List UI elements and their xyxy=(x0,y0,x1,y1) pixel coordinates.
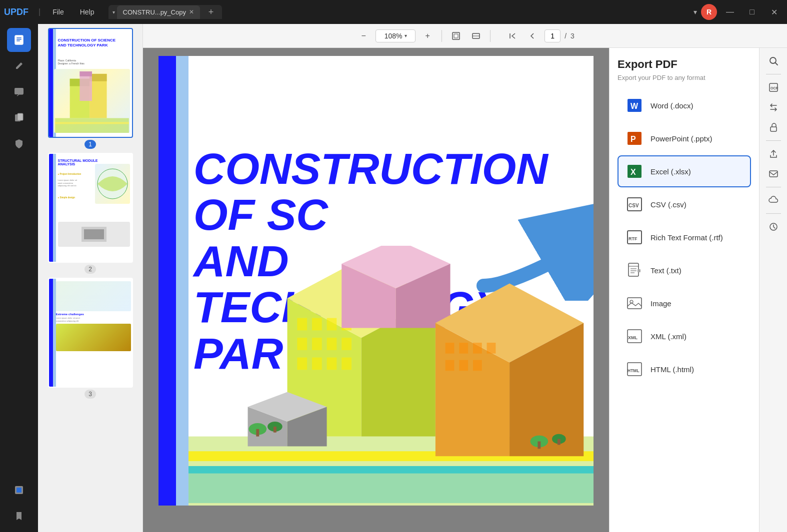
zoom-dropdown-icon[interactable]: ▾ xyxy=(404,33,407,38)
html-label: HTML (.html) xyxy=(650,365,694,374)
page-first-button[interactable] xyxy=(504,28,520,44)
thumb-page-label-2: 2 xyxy=(84,265,96,274)
tab-close-icon[interactable]: ✕ xyxy=(189,8,194,15)
user-avatar[interactable]: R xyxy=(701,4,717,20)
svg-rect-92 xyxy=(770,171,778,177)
export-option-ppt[interactable]: P PowerPoint (.pptx) xyxy=(618,122,751,154)
tab-dropdown-icon[interactable]: ▾ xyxy=(112,9,115,15)
word-icon: W xyxy=(626,96,644,114)
sidebar-icon-comment[interactable] xyxy=(7,80,31,104)
sidebar-icon-pages[interactable] xyxy=(7,106,31,130)
sidebar-icon-protect[interactable] xyxy=(7,132,31,156)
fit-page-button[interactable] xyxy=(448,28,464,44)
svg-text:W: W xyxy=(630,102,638,110)
excel-label: Excel (.xlsx) xyxy=(650,167,691,176)
svg-text:CSV: CSV xyxy=(628,203,639,208)
fit-width-button[interactable] xyxy=(468,28,484,44)
svg-rect-42 xyxy=(327,358,337,370)
svg-rect-33 xyxy=(312,318,322,331)
export-option-csv[interactable]: CSV CSV (.csv) xyxy=(618,188,751,220)
cloud-button[interactable] xyxy=(764,191,782,209)
toolbar-separator-2 xyxy=(490,30,490,42)
svg-rect-65 xyxy=(538,442,540,449)
lock-button[interactable] xyxy=(764,118,782,136)
tab-active[interactable]: CONSTRU...py_Copy ✕ xyxy=(117,5,200,19)
svg-rect-38 xyxy=(327,338,337,350)
share-button[interactable] xyxy=(764,145,782,163)
thumb-frame-2[interactable]: STRUCTURAL MODULEANALYSIS ● Project Intr… xyxy=(48,153,133,263)
page-prev-button[interactable] xyxy=(524,28,540,44)
export-option-excel[interactable]: X Excel (.xlsx) xyxy=(618,155,751,187)
zoom-in-button[interactable]: + xyxy=(420,28,436,44)
svg-text:XML: XML xyxy=(628,335,638,340)
rtf-icon: RTF xyxy=(626,228,644,246)
export-option-xml[interactable]: XML XML (.xml) xyxy=(618,320,751,352)
export-option-rtf[interactable]: RTF Rich Text Format (.rtf) xyxy=(618,221,751,253)
menu-file[interactable]: File xyxy=(46,6,70,18)
sidebar-icon-reader[interactable] xyxy=(7,28,31,52)
sidebar-icon-layers[interactable] xyxy=(7,478,31,502)
excel-icon: X xyxy=(626,162,644,180)
export-panel-subtitle: Export your PDF to any format xyxy=(618,74,751,81)
thumbnail-item-3[interactable]: Extreme challenges Lorem ipsum dolor sit… xyxy=(42,278,138,399)
main-layout: CONSTRUCTION OF SCIENCEAND TECHNOLOGY PA… xyxy=(0,24,787,532)
sidebar-icon-pen[interactable] xyxy=(7,54,31,78)
building-illustration xyxy=(188,246,594,506)
svg-rect-41 xyxy=(312,358,322,370)
svg-rect-2 xyxy=(16,39,22,40)
export-option-html[interactable]: HTML HTML (.html) xyxy=(618,353,751,385)
svg-text:RTF: RTF xyxy=(628,236,638,241)
thumb-frame-1[interactable]: CONSTRUCTION OF SCIENCEAND TECHNOLOGY PA… xyxy=(48,28,133,138)
svg-rect-21 xyxy=(454,34,458,38)
clock-button[interactable] xyxy=(764,218,782,236)
thumbnail-item-1[interactable]: CONSTRUCTION OF SCIENCEAND TECHNOLOGY PA… xyxy=(42,28,138,149)
sidebar-icon-bookmark[interactable] xyxy=(7,504,31,528)
svg-rect-0 xyxy=(15,35,23,44)
svg-rect-12 xyxy=(90,74,106,81)
ocr-button[interactable]: OCR xyxy=(764,78,782,96)
search-button[interactable] xyxy=(764,52,782,70)
svg-rect-32 xyxy=(297,318,307,331)
thumbnail-item-2[interactable]: STRUCTURAL MODULEANALYSIS ● Project Intr… xyxy=(42,153,138,274)
svg-rect-56 xyxy=(473,360,482,371)
mail-button[interactable] xyxy=(764,165,782,183)
export-option-image[interactable]: Image xyxy=(618,287,751,319)
close-button[interactable]: ✕ xyxy=(765,3,783,21)
fr-separator-2 xyxy=(766,140,781,141)
svg-rect-61 xyxy=(256,429,259,437)
svg-rect-39 xyxy=(342,338,352,350)
txt-label: Text (.txt) xyxy=(650,266,682,275)
page-navigation: / 3 xyxy=(504,28,574,44)
html-icon: HTML xyxy=(626,360,644,378)
tab-add-button[interactable]: + xyxy=(204,5,218,19)
export-option-txt[interactable]: Text (.txt) xyxy=(618,254,751,286)
csv-label: CSV (.csv) xyxy=(650,200,686,209)
svg-rect-37 xyxy=(312,338,322,350)
svg-rect-53 xyxy=(487,343,496,354)
thumb-frame-3[interactable]: Extreme challenges Lorem ipsum dolor sit… xyxy=(48,278,133,388)
total-pages: 3 xyxy=(570,32,574,40)
svg-text:HTML: HTML xyxy=(628,368,640,373)
pdf-area[interactable]: CONSTRUCTION OF SC AND TECHNOLOGY PAR Pl… xyxy=(143,48,609,532)
svg-rect-28 xyxy=(188,466,594,474)
svg-rect-43 xyxy=(342,358,352,370)
maximize-button[interactable]: □ xyxy=(743,3,761,21)
xml-label: XML (.xml) xyxy=(650,332,686,341)
minimize-button[interactable]: — xyxy=(721,3,739,21)
zoom-out-button[interactable]: − xyxy=(356,28,372,44)
export-option-word[interactable]: W Word (.docx) xyxy=(618,89,751,121)
page-blue-stripe xyxy=(158,56,176,506)
svg-rect-3 xyxy=(16,40,20,41)
page-input[interactable] xyxy=(544,29,560,42)
pdf-page: CONSTRUCTION OF SC AND TECHNOLOGY PAR Pl… xyxy=(158,56,594,506)
menu-help[interactable]: Help xyxy=(74,6,100,18)
sidebar-icons xyxy=(0,24,38,532)
word-label: Word (.docx) xyxy=(650,101,694,110)
svg-rect-79 xyxy=(628,263,638,276)
convert-button[interactable] xyxy=(764,98,782,116)
svg-rect-1 xyxy=(16,37,22,38)
image-label: Image xyxy=(650,299,672,308)
tab-label: CONSTRU...py_Copy xyxy=(123,8,186,16)
thumb-page-label-3: 3 xyxy=(84,390,96,399)
window-dropdown-icon[interactable]: ▾ xyxy=(694,8,697,16)
